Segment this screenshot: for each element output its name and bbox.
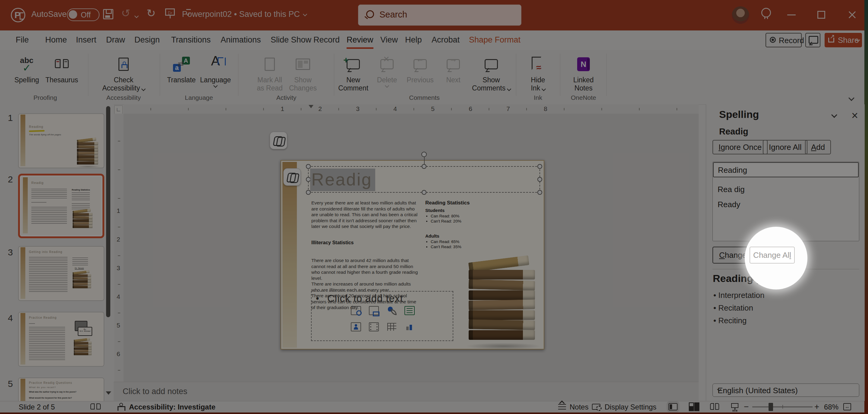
table-icon[interactable] (387, 322, 397, 331)
redo-icon[interactable]: ↻ (147, 8, 156, 19)
stock-images-icon[interactable] (351, 306, 361, 315)
tab-stop-selector[interactable]: ∟ (114, 106, 123, 114)
pictures-icon[interactable] (369, 306, 379, 315)
pane-close-icon[interactable]: × (851, 109, 858, 122)
undo-dropdown-icon[interactable] (135, 13, 138, 19)
new-comment-button[interactable]: + NewComment (338, 53, 368, 92)
search-box[interactable]: Search (358, 4, 521, 26)
zoom-in-button[interactable]: + (814, 402, 819, 412)
zoom-level[interactable]: 68% (824, 403, 838, 411)
ignore-once-button[interactable]: Ignore Once (712, 140, 768, 154)
share-button[interactable]: Share (825, 33, 862, 47)
resize-handle[interactable] (422, 190, 427, 195)
show-comments-button[interactable]: Show Comments (472, 53, 510, 92)
resize-handle[interactable] (537, 190, 542, 195)
maximize-button[interactable] (817, 11, 825, 19)
copilot-icon[interactable] (283, 168, 301, 186)
thesaurus-button[interactable]: Thesaurus (45, 53, 79, 84)
slideshow-view-button[interactable] (731, 403, 740, 410)
slide-editor[interactable]: Readig Every year there are at least two… (281, 160, 544, 350)
suggestion-item[interactable]: Rea dig (718, 185, 745, 194)
slide-title[interactable]: Readig (311, 170, 372, 189)
autosave-toggle[interactable]: Off (67, 8, 99, 21)
delete-comment-button[interactable]: ✕ Delete (373, 53, 401, 92)
slide-sorter-view-button[interactable] (689, 403, 699, 410)
slide-thumbnail-5[interactable]: Practice Readig Questions What do you re… (18, 378, 104, 401)
suggestion-item[interactable]: Ready (718, 200, 740, 209)
show-changes-button[interactable]: ShowChanges (288, 53, 317, 92)
zoom-out-button[interactable]: − (744, 402, 749, 412)
video-icon[interactable] (369, 322, 379, 331)
slide-thumbnail-4[interactable]: Practice Reading By: M.A. Wolstad (18, 312, 104, 367)
resize-handle[interactable] (537, 177, 542, 182)
spelling-button[interactable]: abc✓ Spelling (12, 53, 41, 84)
tab-draw[interactable]: Draw (106, 35, 125, 45)
tab-home[interactable]: Home (45, 35, 67, 45)
cameo-icon[interactable] (351, 322, 361, 331)
tab-record[interactable]: Record (313, 35, 340, 45)
undo-icon[interactable]: ↺ (121, 8, 130, 19)
ignore-all-button[interactable]: Ignore All (763, 140, 807, 154)
tab-design[interactable]: Design (134, 35, 160, 45)
linked-notes-button[interactable]: N LinkedNotes (569, 53, 598, 92)
resize-handle[interactable] (422, 164, 427, 169)
resize-handle[interactable] (537, 164, 542, 169)
reading-view-button[interactable] (710, 403, 719, 410)
indent-marker[interactable] (309, 105, 313, 111)
display-settings[interactable]: Display Settings (604, 403, 656, 411)
mark-all-as-read-button[interactable]: Mark Allas Read (255, 53, 284, 92)
change-all-button[interactable]: Change All (749, 247, 795, 264)
tab-slide-show[interactable]: Slide Show (271, 35, 311, 45)
copilot-icon[interactable] (270, 132, 287, 149)
proofing-status-icon[interactable] (90, 404, 101, 411)
smartart-icon[interactable] (404, 306, 415, 315)
slide-stats-text[interactable]: Reading Statistics Students Can Read: 80… (425, 200, 492, 249)
slide-thumbnail-3[interactable]: Getting into Reading Dr. Seuss (18, 246, 104, 301)
comments-button[interactable] (805, 33, 820, 47)
tab-view[interactable]: View (380, 35, 398, 45)
content-placeholder[interactable]: • Click to add text (311, 291, 453, 341)
tab-animations[interactable]: Animations (221, 35, 261, 45)
resize-handle[interactable] (306, 164, 311, 169)
suggestion-selected[interactable]: Reading (713, 162, 859, 177)
notes-area[interactable]: Click to add notes (114, 382, 699, 401)
slide-canvas[interactable]: Readig Every year there are at least two… (124, 114, 699, 391)
close-button[interactable] (847, 10, 857, 19)
language-button[interactable]: A Language (200, 53, 231, 87)
user-avatar[interactable] (732, 6, 749, 24)
icons-icon[interactable] (387, 306, 397, 315)
document-title[interactable]: Powerpoint02 • Saved to this PC (182, 10, 307, 19)
tab-help[interactable]: Help (405, 35, 422, 45)
normal-view-button[interactable] (669, 403, 678, 410)
zoom-slider-thumb[interactable] (769, 403, 773, 411)
accessibility-status[interactable]: Accessibility: Investigate (129, 403, 216, 411)
collapse-ribbon-icon[interactable] (848, 95, 855, 101)
previous-comment-button[interactable]: ← Previous (406, 53, 435, 92)
powerpoint-logo-icon[interactable] (11, 8, 25, 22)
pane-options-icon[interactable] (831, 112, 837, 118)
lightbulb-icon[interactable] (761, 8, 771, 18)
language-dropdown[interactable]: English (United States) (712, 384, 859, 397)
notes-toggle[interactable]: Notes (569, 403, 589, 411)
translate-button[interactable]: aA Translate (167, 53, 196, 87)
add-button[interactable]: Add (805, 140, 831, 154)
record-button[interactable]: Record (766, 33, 802, 47)
check-accessibility-button[interactable]: Check Accessibility (102, 53, 145, 92)
tab-file[interactable]: File (16, 35, 29, 45)
tab-acrobat[interactable]: Acrobat (432, 35, 460, 45)
rotate-handle[interactable] (421, 152, 427, 157)
slide-thumbnail-1[interactable]: Reading The words flying off the pages (18, 113, 104, 168)
tab-shape-format[interactable]: Shape Format (469, 35, 521, 45)
next-comment-button[interactable]: → Next (439, 53, 468, 92)
tab-insert[interactable]: Insert (76, 35, 96, 45)
minimize-button[interactable] (787, 14, 796, 16)
thumbnail-scrollbar[interactable] (106, 106, 110, 317)
chart-icon[interactable] (405, 322, 415, 331)
fit-to-window-button[interactable]: ↔ (843, 403, 851, 410)
hide-ink-button[interactable]: ≈ Hide Ink (524, 53, 553, 92)
save-icon[interactable] (103, 9, 113, 19)
tab-transitions[interactable]: Transitions (171, 35, 211, 45)
start-presentation-icon[interactable]: ▷ (165, 8, 175, 16)
thumbnail-scroll-down-icon[interactable] (106, 391, 111, 397)
tab-review[interactable]: Review (347, 35, 373, 49)
